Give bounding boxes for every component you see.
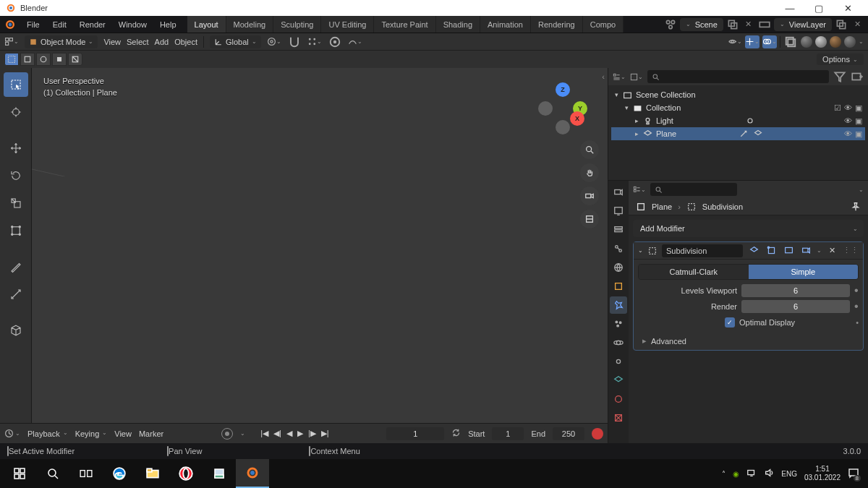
mode-dropdown[interactable]: Object Mode⌄ [25,35,98,48]
outliner-type-icon[interactable]: ⌄ [613,70,626,83]
tree-item-light[interactable]: ▸ Light 👁▣ [611,114,865,127]
tray-clock[interactable]: 1:51 03.01.2022 [804,465,841,482]
scene-name-field[interactable]: ⌄Scene [680,18,723,31]
ptab-physics[interactable] [610,334,627,351]
ptab-object[interactable] [610,278,627,295]
close-button[interactable]: ✕ [833,3,862,14]
pan-icon[interactable] [580,163,599,182]
tray-volume-icon[interactable] [764,468,774,479]
start-button[interactable] [3,459,36,488]
tab-layout[interactable]: Layout [187,16,226,33]
xray-icon[interactable] [783,35,798,48]
mod-realtime-icon[interactable] [782,244,795,257]
explorer-icon[interactable] [136,459,169,488]
selmode-5[interactable] [68,53,82,66]
axis-z[interactable]: Z [556,82,570,97]
tree-scene-collection[interactable]: ▾ Scene Collection [611,88,865,101]
pin-icon[interactable] [851,202,861,212]
tree-item-plane[interactable]: ▸ Plane 👁▣ [611,127,865,140]
menu-add[interactable]: Add [155,38,169,46]
timeline-type-icon[interactable]: ⌄ [4,429,20,438]
tray-network-icon[interactable] [746,468,757,479]
tool-move[interactable] [4,136,28,160]
ptab-material[interactable] [610,390,627,408]
mod-extra-dropdown[interactable]: ⌄ [817,247,822,254]
tray-notifications-icon[interactable]: 8 [848,467,859,480]
tool-add-cube[interactable] [4,318,28,343]
levels-render-field[interactable]: 6 [741,300,850,313]
properties-search[interactable] [650,183,737,196]
play-reverse-icon[interactable]: ◀ [284,429,294,438]
snap-type-icon[interactable]: ⌄ [307,35,322,48]
play-icon[interactable]: ▶ [295,429,305,438]
type-simple[interactable]: Simple [749,265,859,279]
axis-x[interactable]: X [570,111,584,126]
keyframe-prev-icon[interactable]: ◀| [271,429,284,438]
tab-shading[interactable]: Shading [436,16,480,33]
camera-icon[interactable] [580,187,599,205]
3d-viewport[interactable]: User Perspective (1) Collection | Plane … [32,68,608,459]
visibility-icon[interactable]: ⌄ [728,35,742,48]
optimal-display-checkbox[interactable]: ✓ [725,317,735,328]
autokey-icon[interactable] [221,428,233,440]
ptab-modifiers[interactable] [610,296,627,314]
tool-measure[interactable] [4,282,28,307]
proportional-icon[interactable] [328,35,342,48]
mod-delete-icon[interactable]: ✕ [826,246,838,255]
shading-dropdown[interactable]: ⌄ [859,38,864,45]
ptab-particles[interactable] [610,315,627,333]
ptab-render[interactable] [610,184,627,201]
advanced-section[interactable]: ▸ Advanced [634,332,863,350]
anim-dot[interactable]: • [856,318,859,327]
snap-icon[interactable] [287,35,302,48]
ptab-world[interactable] [610,259,627,276]
opera-icon[interactable] [169,459,203,488]
render-icon[interactable]: ▣ [855,129,862,139]
outliner-search[interactable] [647,70,829,83]
eye-icon[interactable]: 👁 [844,103,852,113]
app-menu-icon[interactable] [0,16,20,33]
anim-dot[interactable]: • [854,304,859,309]
outliner-display-icon[interactable]: ⌄ [630,70,643,83]
selmode-3[interactable] [36,53,51,66]
keyframe-next-icon[interactable]: |▶ [306,429,318,438]
minimize-button[interactable]: — [775,3,804,14]
prop-type-icon[interactable]: ⌄ [633,183,646,196]
scene-browse-icon[interactable] [664,18,677,31]
editor-type-icon[interactable]: ⌄ [4,35,19,48]
proportional-type-icon[interactable]: ⌄ [348,35,362,48]
outliner-new-collection-icon[interactable] [851,70,864,83]
tab-modeling[interactable]: Modeling [226,16,274,33]
checkbox-icon[interactable]: ☑ [834,103,841,113]
tool-cursor[interactable] [4,100,28,124]
tray-language[interactable]: ENG [781,470,797,478]
viewlayer-copy-icon[interactable] [835,18,848,31]
menu-window[interactable]: Window [112,16,153,33]
prop-options[interactable]: ⌄ [859,187,864,193]
outliner-tree[interactable]: ▾ Scene Collection ▾ Collection ☑👁▣ ▸ Li… [608,85,868,180]
mod-render-icon[interactable] [799,244,812,257]
shading-material-icon[interactable] [830,36,841,48]
tool-select-box[interactable] [4,72,28,97]
tray-chevron-icon[interactable]: ˄ [722,470,726,478]
scene-copy-icon[interactable] [726,18,739,31]
levels-viewport-field[interactable]: 6 [741,284,850,297]
maximize-button[interactable]: ▢ [804,3,833,14]
viewlayer-field[interactable]: ⌄ViewLayer [774,18,832,31]
eye-icon[interactable]: 👁 [844,116,852,126]
menu-help[interactable]: Help [153,16,183,33]
ptab-constraints[interactable] [610,353,627,370]
perspective-icon[interactable] [580,210,599,228]
axis-neg2[interactable] [556,120,570,134]
tab-uv[interactable]: UV Editing [321,16,374,33]
menu-file[interactable]: File [20,16,46,33]
tab-sculpting[interactable]: Sculpting [273,16,321,33]
menu-view[interactable]: View [103,38,121,46]
menu-object[interactable]: Object [174,38,197,46]
render-icon[interactable]: ▣ [855,116,862,126]
tab-compositing[interactable]: Compo [583,16,624,33]
axis-neg1[interactable] [538,101,553,116]
orientation-dropdown[interactable]: Global⌄ [210,35,261,48]
type-catmull[interactable]: Catmull-Clark [639,265,749,279]
timeline-keying[interactable]: Keying⌄ [75,429,108,438]
